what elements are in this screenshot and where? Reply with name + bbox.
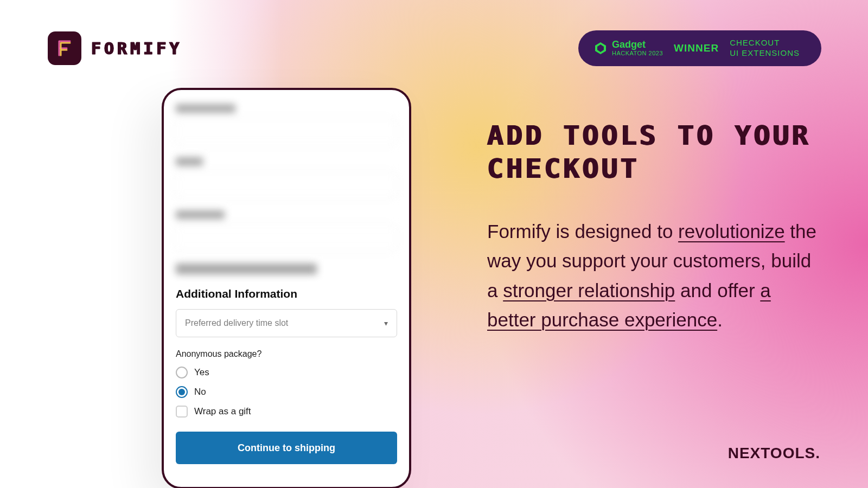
chevron-down-icon: ▾ bbox=[384, 319, 388, 328]
badge-winner: WINNER bbox=[674, 42, 719, 54]
checkbox-gift[interactable]: Wrap as a gift bbox=[176, 406, 397, 418]
desc-part: and offer bbox=[675, 280, 760, 301]
anonymous-question: Anonymous package? bbox=[176, 349, 397, 359]
phone-mockup: Additional Information Preferred deliver… bbox=[162, 88, 411, 488]
radio-yes[interactable]: Yes bbox=[176, 367, 397, 378]
desc-part: . bbox=[717, 309, 723, 330]
desc-underline: stronger relationship bbox=[503, 280, 675, 301]
badge-category: CHECKOUT UI EXTENSIONS bbox=[730, 38, 800, 59]
brand-logo: FORMIFY bbox=[48, 31, 182, 65]
hero-description: Formify is designed to revolutionize the… bbox=[487, 217, 824, 335]
formify-f-icon bbox=[56, 38, 73, 59]
badge-gadget-name: Gadget bbox=[612, 40, 663, 49]
badge-gadget: Gadget HACKATON 2023 bbox=[593, 40, 663, 56]
award-badge: Gadget HACKATON 2023 WINNER CHECKOUT UI … bbox=[578, 30, 821, 66]
desc-part: Formify is designed to bbox=[487, 221, 678, 242]
badge-category-line1: CHECKOUT bbox=[730, 38, 780, 47]
desc-underline: revolutionize bbox=[678, 221, 785, 242]
hero-headline: ADD TOOLS TO YOUR CHECKOUT bbox=[487, 119, 824, 185]
radio-icon bbox=[176, 367, 188, 378]
badge-gadget-year: HACKATON 2023 bbox=[612, 50, 663, 56]
delivery-slot-select[interactable]: Preferred delivery time slot ▾ bbox=[176, 309, 397, 337]
radio-no-label: No bbox=[194, 387, 206, 397]
checkbox-gift-label: Wrap as a gift bbox=[194, 406, 251, 417]
checkbox-icon bbox=[176, 406, 188, 418]
radio-icon bbox=[176, 386, 188, 398]
continue-button-label: Continue to shipping bbox=[238, 442, 335, 454]
badge-category-line2: UI EXTENSIONS bbox=[730, 48, 800, 57]
section-title: Additional Information bbox=[176, 287, 397, 300]
select-placeholder: Preferred delivery time slot bbox=[185, 318, 288, 328]
radio-no[interactable]: No bbox=[176, 386, 397, 398]
continue-button[interactable]: Continue to shipping bbox=[176, 432, 397, 464]
gadget-hex-icon bbox=[593, 41, 608, 55]
blurred-upper-form bbox=[176, 104, 397, 274]
brand-wordmark: FORMIFY bbox=[91, 39, 182, 58]
radio-yes-label: Yes bbox=[194, 367, 209, 378]
footer-brand: NEXTOOLS bbox=[728, 445, 820, 462]
brand-logo-mark bbox=[48, 31, 81, 65]
